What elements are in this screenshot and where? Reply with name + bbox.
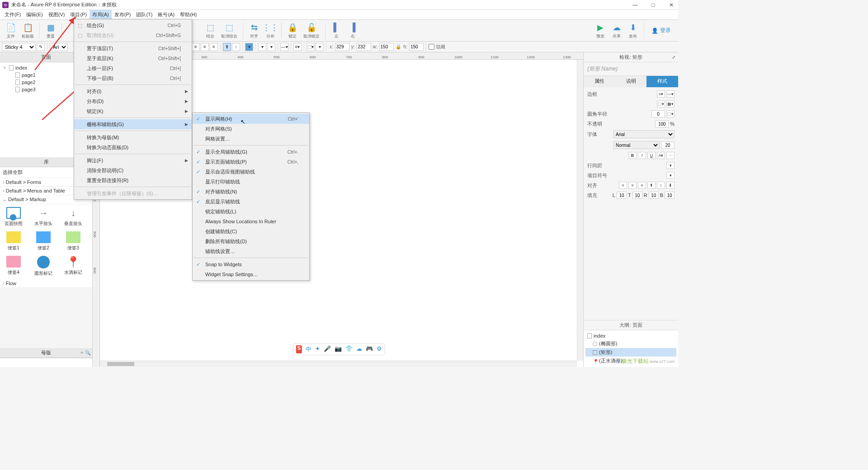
widget-便签3[interactable]: 便签3 [62,231,84,251]
style-select[interactable]: Sticky 4 [2,43,36,51]
valign-b-btn[interactable]: ⬇ [666,182,675,189]
maximize-icon[interactable]: □ [649,2,658,8]
more-text-btn[interactable]: ⋯ [666,152,675,159]
tab-style[interactable]: 样式 [646,76,678,87]
corner-icon[interactable]: ⬚▾ [307,43,315,51]
add-master-icon[interactable]: + [80,350,83,355]
shape-name-field[interactable]: (矩形 Name) [584,62,678,76]
widget-垂直箭头[interactable]: ↓垂直箭头 [62,207,84,227]
pad-l-input[interactable] [617,192,627,199]
scrollbar-vertical[interactable] [577,60,583,361]
pad-r-input[interactable] [649,192,659,199]
menu-publish[interactable]: 发布(P) [112,10,134,19]
menu-item-组合(G)[interactable]: ⬚组合(G)Ctrl+G [74,20,192,30]
border-corner-btn[interactable]: ⬚▾ [657,100,665,108]
minimize-icon[interactable]: — [631,2,640,8]
menu-item-置于顶层(T)[interactable]: 置于顶层(T)Ctrl+Shift+] [74,43,192,53]
sogou-icon[interactable]: S [296,345,302,353]
tray-skin-icon[interactable]: 👕 [345,345,353,353]
bullets-btn[interactable]: ▾ [666,172,675,179]
text-color-btn[interactable]: A▾ [657,152,665,159]
outline-item[interactable]: index [585,332,676,339]
tab-properties[interactable]: 属性 [584,76,615,87]
menu-item-清除全部说明(C)[interactable]: 清除全部说明(C) [74,165,192,175]
menu-team[interactable]: 团队(T) [133,10,155,19]
radius-opt-btn[interactable]: ⬚▾ [666,110,675,118]
menu-view[interactable]: 视图(V) [46,10,68,19]
close-icon[interactable]: ✕ [667,2,676,8]
font-size-input[interactable] [661,141,675,149]
menu-item-底层显示辅助线[interactable]: ✓底层显示辅助线 [193,197,309,207]
tray-lang[interactable]: 中 [306,345,311,353]
menu-item-脚注(F)[interactable]: 脚注(F)▶ [74,155,192,165]
tray-cam-icon[interactable]: 📷 [335,345,342,353]
tool-clipboard[interactable]: 📋粘贴板 [20,21,36,40]
radius-input[interactable] [651,110,665,118]
menu-item-分布(D)[interactable]: 分布(D)▶ [74,96,192,106]
menu-item-锁定(K)[interactable]: 锁定(K)▶ [74,106,192,116]
valign-top-icon[interactable]: ⬆ [223,43,231,51]
menu-item-删除所有辅助线(D)[interactable]: 删除所有辅助线(D) [193,236,309,246]
tool-right-btn[interactable]: ▐右 [345,21,360,40]
menu-item-对齐(I)[interactable]: 对齐(I)▶ [74,86,192,96]
widget-便签2[interactable]: 便签2 [33,231,54,251]
pad-t-input[interactable] [632,192,642,199]
menu-item-辅助线设置…[interactable]: 辅助线设置… [193,246,309,256]
italic-btn[interactable]: I [638,152,646,159]
linesp-btn[interactable]: ▾ [666,162,675,169]
menu-item-显示页面辅助线(P)[interactable]: ✓显示页面辅助线(P)Ctrl+, [193,157,309,167]
tray-gear-icon[interactable]: ⚙ [377,345,382,353]
tool-group-btn[interactable]: ⬚组合 [203,21,217,40]
menu-item-创建辅助线(C)[interactable]: 创建辅助线(C) [193,226,309,236]
eyedropper-icon[interactable]: ✎ [37,43,45,51]
pad-b-input[interactable] [665,192,675,199]
line-style-icon[interactable]: —▾ [280,43,288,51]
tool-preview-btn[interactable]: ▶预览 [593,21,608,40]
menu-item-至于底层(K)[interactable]: 至于底层(K)Ctrl+Shift+[ [74,53,192,63]
menu-item-对齐网格(S)[interactable]: 对齐网格(S) [193,124,309,134]
opacity-input[interactable] [655,120,669,127]
outline-item[interactable]: (椭圆形) [585,339,676,348]
widget-水平箭头[interactable]: →水平箭头 [33,207,54,227]
border-style-btn[interactable]: ≡▾ [657,90,665,98]
tool-unlock-btn[interactable]: 🔓取消锁定 [302,21,321,40]
align-left-icon[interactable]: ≡ [192,43,200,51]
font-family-select[interactable]: Arial [613,130,675,138]
border-side-btn[interactable]: ▦▾ [666,100,675,108]
menu-item-下移一层(B)[interactable]: 下移一层(B)Ctrl+[ [74,73,192,83]
tray-star-icon[interactable]: ✦ [315,345,320,353]
border-width-icon[interactable]: ▾ [267,43,275,51]
menu-item-上移一层(F)[interactable]: 上移一层(F)Ctrl+] [74,63,192,73]
align-r-btn[interactable]: ≡ [638,182,646,189]
inspector-expand-icon[interactable]: ⤢ [672,55,675,60]
tool-reset[interactable]: ▦重置 [43,21,58,40]
tab-notes[interactable]: 说明 [615,76,647,87]
tool-publish-btn[interactable]: ⬇发布 [626,21,640,40]
underline-btn[interactable]: U [647,152,656,159]
tool-align-btn[interactable]: ⇆对齐 [247,21,261,40]
w-input[interactable] [379,43,394,51]
menu-project[interactable]: 项目(P) [67,10,90,19]
menu-account[interactable]: 账号(A) [155,10,177,19]
align-right-icon[interactable]: ≡ [210,43,218,51]
widget-圆形标记[interactable]: 圆形标记 [33,256,54,277]
valign-m-btn[interactable]: ↕ [657,182,665,189]
valign-mid-icon[interactable]: ↕ [232,43,240,51]
tool-lock-btn[interactable]: 🔒锁定 [285,21,300,40]
font-select[interactable]: Arial [50,43,68,51]
menu-item-Snap to Wi[interactable]: ✓Snap to Widgets [193,259,309,269]
shadow-icon[interactable]: ▾ [316,43,324,51]
x-input[interactable] [335,43,349,51]
login-button[interactable]: 👤登录 [648,25,675,36]
lib-cat-flow[interactable]: Flow [0,279,92,288]
menu-item-对齐辅助线(N)[interactable]: ✓对齐辅助线(N) [193,187,309,197]
border-color-icon[interactable]: ▾ [258,43,266,51]
tool-ungroup-btn[interactable]: ⬚取消组合 [219,21,239,40]
menu-item-显示网格(H)[interactable]: ✓显示网格(H)Ctrl+' [193,114,309,124]
bold-btn[interactable]: B [628,152,637,159]
tool-file[interactable]: 📄文件 [4,21,18,40]
border-width-btn[interactable]: —▾ [666,90,675,98]
outline-item[interactable]: (矩形) [585,348,676,357]
menu-item-Widget Sna[interactable]: Widget Snap Settings… [193,269,309,279]
menu-item-显示全局辅助线(G)[interactable]: ✓显示全局辅助线(G)Ctrl+. [193,147,309,157]
